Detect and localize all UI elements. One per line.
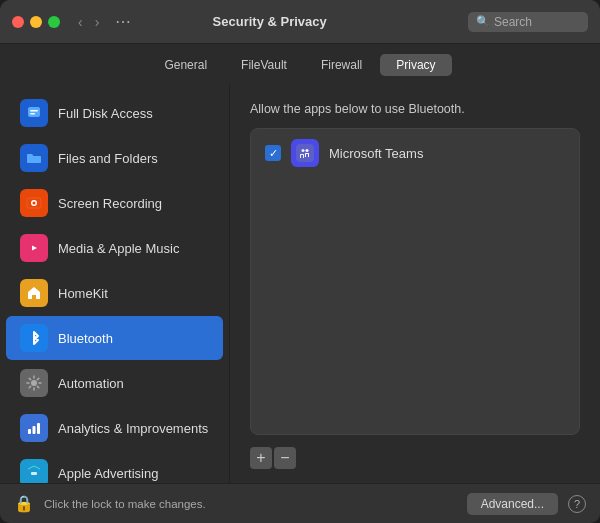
sidebar-item-label: Automation [58,376,124,391]
lock-text: Click the lock to make changes. [44,498,457,510]
sidebar-item-homekit[interactable]: HomeKit [6,271,223,315]
search-input[interactable] [494,15,579,29]
sidebar-item-label: Apple Advertising [58,466,158,481]
full-disk-access-icon [20,99,48,127]
svg-rect-1 [30,110,38,112]
checkmark-icon: ✓ [269,147,278,160]
apple-advertising-icon [20,459,48,483]
add-button[interactable]: + [250,447,272,469]
svg-point-7 [31,380,37,386]
automation-icon [20,369,48,397]
sidebar-item-screen-recording[interactable]: Screen Recording [6,181,223,225]
svg-rect-2 [30,113,35,115]
screen-recording-icon [20,189,48,217]
search-icon: 🔍 [476,15,490,28]
sidebar: Full Disk Access Files and Folders Scree… [0,84,230,483]
media-music-icon [20,234,48,262]
svg-rect-9 [33,426,36,434]
tabs-bar: General FileVault Firewall Privacy [0,44,600,84]
svg-point-5 [33,202,36,205]
panel-description: Allow the apps below to use Bluetooth. [250,102,580,116]
titlebar: ‹ › ⋯ Security & Privacy 🔍 [0,0,600,44]
main-panel: Allow the apps below to use Bluetooth. ✓ [230,84,600,483]
app-checkbox[interactable]: ✓ [265,145,281,161]
help-button[interactable]: ? [568,495,586,513]
sidebar-item-label: Bluetooth [58,331,113,346]
app-list: ✓ Microsoft Teams [250,128,580,435]
sidebar-item-apple-advertising[interactable]: Apple Advertising [6,451,223,483]
sidebar-item-analytics[interactable]: Analytics & Improvements [6,406,223,450]
sidebar-item-label: Media & Apple Music [58,241,179,256]
files-folders-icon [20,144,48,172]
svg-rect-10 [37,423,40,434]
svg-rect-8 [28,429,31,434]
close-button[interactable] [12,16,24,28]
sidebar-item-label: Files and Folders [58,151,158,166]
bottom-bar: 🔒 Click the lock to make changes. Advanc… [0,483,600,523]
svg-rect-12 [296,144,314,162]
app-name: Microsoft Teams [329,146,423,161]
sidebar-item-full-disk-access[interactable]: Full Disk Access [6,91,223,135]
window: ‹ › ⋯ Security & Privacy 🔍 General FileV… [0,0,600,523]
lock-icon[interactable]: 🔒 [14,494,34,513]
window-title: Security & Privacy [79,14,460,29]
analytics-icon [20,414,48,442]
svg-point-13 [302,149,305,152]
minimize-button[interactable] [30,16,42,28]
teams-icon [291,139,319,167]
tab-firewall[interactable]: Firewall [305,54,378,76]
sidebar-item-label: HomeKit [58,286,108,301]
search-box[interactable]: 🔍 [468,12,588,32]
sidebar-item-label: Full Disk Access [58,106,153,121]
sidebar-item-bluetooth[interactable]: Bluetooth [6,316,223,360]
sidebar-item-files-and-folders[interactable]: Files and Folders [6,136,223,180]
list-item: ✓ Microsoft Teams [251,129,579,177]
bluetooth-icon [20,324,48,352]
remove-button[interactable]: − [274,447,296,469]
list-controls: + − [250,447,580,469]
homekit-icon [20,279,48,307]
tab-general[interactable]: General [148,54,223,76]
sidebar-item-label: Analytics & Improvements [58,421,208,436]
traffic-lights [12,16,60,28]
maximize-button[interactable] [48,16,60,28]
advanced-button[interactable]: Advanced... [467,493,558,515]
svg-rect-11 [31,472,37,475]
sidebar-item-automation[interactable]: Automation [6,361,223,405]
content-area: Full Disk Access Files and Folders Scree… [0,84,600,483]
tab-filevault[interactable]: FileVault [225,54,303,76]
sidebar-item-media-apple-music[interactable]: Media & Apple Music [6,226,223,270]
svg-rect-0 [28,107,40,117]
tab-privacy[interactable]: Privacy [380,54,451,76]
sidebar-item-label: Screen Recording [58,196,162,211]
